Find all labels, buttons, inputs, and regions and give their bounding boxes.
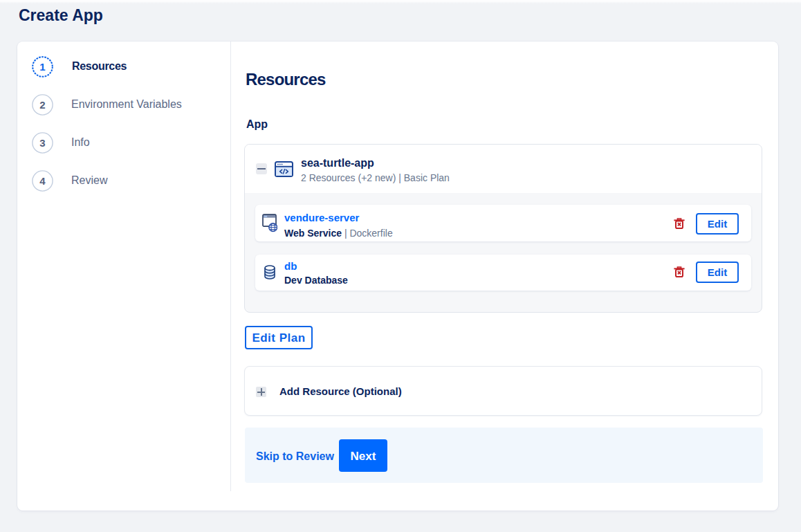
svg-text:3: 3 bbox=[39, 137, 45, 149]
svg-text:1: 1 bbox=[39, 61, 45, 73]
svg-text:2: 2 bbox=[39, 99, 45, 111]
svg-text:4: 4 bbox=[39, 175, 46, 187]
